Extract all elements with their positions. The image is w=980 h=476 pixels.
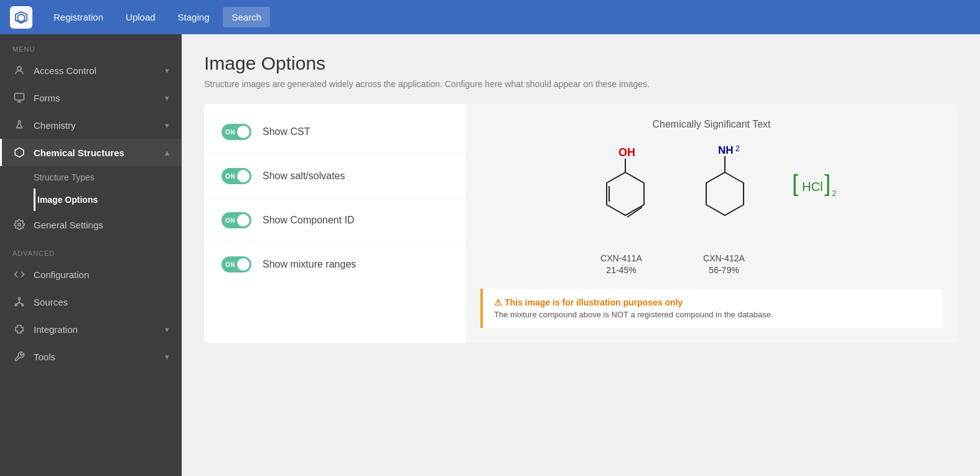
warning-text: The mixture compound above is NOT a regi… (494, 310, 931, 319)
sidebar-item-access-control[interactable]: Access Control ▾ (0, 57, 182, 84)
phenol-structure: OH (584, 142, 659, 245)
hexagon-icon (12, 147, 26, 158)
advanced-section-label: ADVANCED (0, 238, 182, 261)
svg-point-2 (17, 67, 21, 70)
toggle-on-label: ON (225, 173, 235, 180)
person-icon (12, 65, 26, 76)
option-row-show-cst: ON Show CST (204, 110, 465, 154)
sidebar: MENU Access Control ▾ Forms ▾ Chemistry … (0, 34, 182, 476)
sidebar-item-chemistry[interactable]: Chemistry ▾ (0, 111, 182, 139)
nav-registration[interactable]: Registration (45, 7, 112, 27)
svg-marker-22 (706, 172, 744, 215)
preview-title: Chemically Significant Text (652, 119, 770, 130)
chevron-down-icon: ▾ (165, 121, 169, 130)
puzzle-icon (12, 324, 26, 335)
cyclohexylamine-structure: NH 2 (684, 142, 765, 245)
nav-upload[interactable]: Upload (117, 7, 164, 27)
option-text-show-cst: Show CST (263, 126, 310, 138)
page-subtitle: Structure images are generated widely ac… (204, 79, 958, 89)
molecule-2: NH 2 CXN-412A 56-79% (684, 142, 765, 275)
svg-marker-1 (18, 14, 25, 22)
svg-point-8 (19, 297, 21, 299)
sidebar-item-label: Chemical Structures (34, 147, 124, 158)
svg-line-12 (16, 303, 19, 304)
chevron-up-icon: ▴ (165, 148, 169, 157)
sidebar-sub-menu: Structure Types Image Options (0, 166, 182, 211)
sidebar-item-integration[interactable]: Integration ▾ (0, 315, 182, 343)
molecule-2-id: CXN-412A (703, 252, 745, 265)
svg-text:HCl: HCl (802, 180, 823, 194)
chevron-down-icon: ▾ (165, 93, 169, 103)
svg-line-18 (627, 207, 642, 217)
hcl-structure: [ HCl ] 2 (790, 167, 839, 207)
option-row-show-component-id: ON Show Component ID (204, 198, 465, 243)
sidebar-item-label: Access Control (34, 65, 96, 76)
molecule-1: OH CXN-411A (584, 142, 659, 275)
toggle-show-cst[interactable]: ON (222, 124, 251, 140)
gear-icon (12, 219, 26, 230)
sidebar-item-tools[interactable]: Tools ▾ (0, 343, 182, 370)
svg-marker-6 (15, 148, 24, 157)
main-content: Image Options Structure images are gener… (182, 34, 980, 476)
top-navigation: Registration Upload Staging Search (0, 0, 980, 34)
svg-point-9 (15, 304, 17, 306)
svg-text:[: [ (792, 170, 798, 196)
sidebar-item-forms[interactable]: Forms ▾ (0, 84, 182, 111)
toggle-show-component-id[interactable]: ON (222, 212, 251, 228)
warning-box: ⚠ This image is for illustration purpose… (480, 289, 943, 328)
svg-text:2: 2 (832, 189, 836, 198)
molecule-1-id: CXN-411A (600, 252, 642, 265)
sidebar-item-general-settings[interactable]: General Settings (0, 211, 182, 238)
app-logo[interactable] (10, 6, 32, 29)
sidebar-item-label: Integration (34, 324, 78, 335)
nav-links: Registration Upload Staging Search (45, 7, 270, 27)
code-icon (12, 269, 26, 280)
toggle-show-salt[interactable]: ON (222, 168, 251, 184)
option-row-show-salt: ON Show salt/solvates (204, 154, 465, 198)
sidebar-item-label: Sources (34, 297, 68, 307)
svg-text:2: 2 (735, 144, 740, 153)
option-text-show-mixture-ranges: Show mixture ranges (263, 259, 356, 270)
sidebar-item-label: Configuration (34, 269, 89, 280)
sidebar-item-label: Forms (34, 93, 60, 103)
toggle-on-label: ON (225, 129, 235, 136)
menu-section-label: MENU (0, 34, 182, 57)
toggle-knob (237, 214, 250, 226)
sidebar-item-chemical-structures[interactable]: Chemical Structures ▴ (0, 139, 182, 166)
nav-search[interactable]: Search (223, 7, 270, 27)
monitor-icon (12, 92, 26, 103)
chevron-down-icon: ▾ (165, 325, 169, 334)
svg-line-13 (19, 303, 22, 304)
sidebar-item-label: Tools (34, 352, 55, 362)
chevron-down-icon: ▾ (165, 66, 169, 75)
body-layout: MENU Access Control ▾ Forms ▾ Chemistry … (0, 34, 980, 476)
molecule-3: [ HCl ] 2 (790, 142, 839, 215)
sidebar-item-label: General Settings (34, 220, 103, 230)
options-card: ON Show CST ON Show salt/solvates ON (204, 104, 958, 343)
molecule-2-range: 56-79% (709, 265, 739, 275)
sidebar-item-configuration[interactable]: Configuration (0, 261, 182, 288)
svg-point-10 (22, 304, 24, 306)
svg-text:NH: NH (718, 144, 734, 156)
option-text-show-component-id: Show Component ID (263, 215, 355, 226)
toggle-show-mixture-ranges[interactable]: ON (222, 256, 251, 273)
toggle-knob (237, 170, 250, 182)
sidebar-item-label: Chemistry (34, 120, 76, 131)
sidebar-sub-structure-types[interactable]: Structure Types (34, 166, 182, 189)
svg-text:OH: OH (618, 146, 635, 159)
toggle-knob (237, 126, 250, 138)
molecules-row: OH CXN-411A (480, 142, 943, 275)
svg-point-7 (18, 223, 21, 226)
wrench-icon (12, 351, 26, 362)
toggle-on-label: ON (225, 261, 235, 268)
nav-staging[interactable]: Staging (169, 7, 218, 27)
option-row-show-mixture-ranges: ON Show mixture ranges (204, 243, 465, 286)
preview-panel: Chemically Significant Text OH (465, 104, 958, 343)
warning-title: ⚠ This image is for illustration purpose… (494, 297, 931, 307)
sidebar-sub-image-options[interactable]: Image Options (34, 189, 182, 211)
svg-text:]: ] (824, 170, 831, 196)
sidebar-item-sources[interactable]: Sources (0, 288, 182, 315)
active-bar (0, 139, 2, 166)
flask-icon (12, 119, 26, 131)
toggle-knob (237, 258, 250, 271)
